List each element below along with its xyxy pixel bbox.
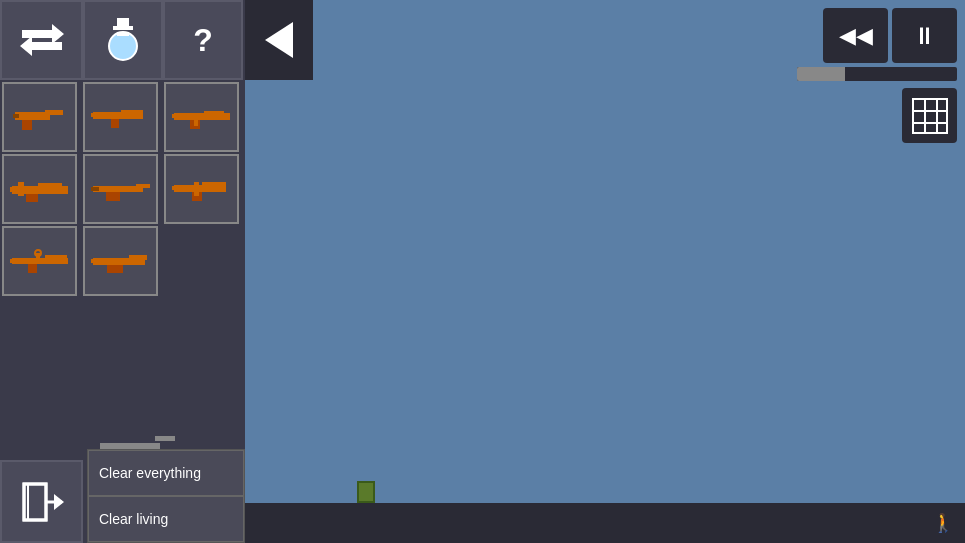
svg-rect-51 — [913, 99, 947, 133]
svg-rect-22 — [26, 194, 38, 202]
lmg-icon — [91, 246, 151, 276]
svg-rect-23 — [10, 187, 18, 192]
svg-rect-13 — [111, 119, 119, 128]
svg-marker-49 — [54, 494, 64, 510]
ground-floor — [245, 503, 965, 543]
top-right-controls: ◀◀ ⏸ — [815, 0, 965, 71]
weapon-item-pistol[interactable] — [2, 82, 77, 152]
svg-rect-16 — [204, 111, 224, 115]
svg-rect-18 — [172, 114, 182, 118]
weapon-item-rifle[interactable] — [164, 82, 239, 152]
grid-toggle-button[interactable] — [902, 88, 957, 143]
assault-rifle-icon — [172, 174, 232, 204]
potion-icon — [107, 18, 139, 62]
svg-rect-14 — [91, 113, 99, 117]
clear-everything-button[interactable]: Clear everything — [88, 450, 244, 496]
exit-button[interactable] — [0, 460, 83, 543]
svg-rect-8 — [45, 110, 63, 115]
player-character — [357, 481, 375, 503]
back-arrow-icon — [265, 22, 293, 58]
svg-rect-25 — [93, 186, 143, 192]
svg-rect-30 — [202, 182, 226, 187]
svg-rect-26 — [136, 184, 150, 188]
rewind-button[interactable]: ◀◀ — [823, 8, 888, 63]
shotgun-icon — [91, 174, 151, 204]
switch-icon — [20, 22, 64, 58]
potion-button[interactable] — [83, 0, 163, 80]
svg-rect-37 — [10, 259, 20, 263]
progress-bar-fill — [797, 67, 845, 81]
weapon-item-sniper[interactable] — [2, 226, 77, 296]
svg-rect-12 — [121, 110, 143, 114]
context-menu: Clear everything Clear living — [87, 449, 245, 543]
svg-rect-36 — [28, 264, 37, 273]
exit-icon — [20, 480, 64, 524]
weapon-item-shotgun[interactable] — [83, 154, 158, 224]
svg-rect-45 — [155, 436, 175, 441]
weapon-item-smg[interactable] — [83, 82, 158, 152]
person-icon: 🚶 — [932, 512, 954, 534]
mg-icon — [10, 174, 70, 204]
weapon-item-mg[interactable] — [2, 154, 77, 224]
help-button[interactable]: ? — [163, 0, 243, 80]
back-button[interactable] — [245, 0, 313, 80]
svg-rect-3 — [113, 26, 133, 30]
weapon-item-lmg[interactable] — [83, 226, 158, 296]
svg-rect-19 — [194, 120, 198, 126]
pause-icon: ⏸ — [913, 22, 937, 50]
svg-rect-42 — [107, 265, 123, 273]
switch-button[interactable] — [0, 0, 83, 80]
grid-icon — [912, 98, 948, 134]
sidebar: ? — [0, 0, 245, 543]
sniper-icon — [10, 246, 70, 276]
svg-rect-28 — [91, 187, 99, 191]
svg-rect-32 — [194, 182, 199, 196]
top-toolbar: ? — [0, 0, 245, 80]
progress-bar — [797, 67, 957, 81]
weapon-item-assault-rifle[interactable] — [164, 154, 239, 224]
pistol-icon — [10, 102, 70, 132]
svg-rect-6 — [117, 32, 129, 36]
question-icon: ? — [193, 22, 213, 59]
rewind-icon: ◀◀ — [839, 23, 873, 49]
svg-rect-9 — [22, 120, 32, 130]
svg-rect-10 — [13, 114, 19, 118]
svg-rect-27 — [106, 192, 120, 201]
rifle-icon — [172, 102, 232, 132]
clear-living-button[interactable]: Clear living — [88, 496, 244, 542]
svg-rect-7 — [15, 112, 50, 120]
pause-button[interactable]: ⏸ — [892, 8, 957, 63]
svg-rect-41 — [129, 255, 147, 260]
smg-icon — [91, 102, 151, 132]
svg-rect-35 — [45, 255, 67, 259]
bottom-right-button[interactable]: 🚶 — [920, 503, 965, 543]
svg-rect-33 — [172, 186, 180, 190]
svg-rect-43 — [91, 259, 99, 263]
svg-rect-21 — [38, 183, 62, 188]
svg-rect-24 — [18, 182, 24, 196]
weapon-grid — [0, 80, 245, 298]
